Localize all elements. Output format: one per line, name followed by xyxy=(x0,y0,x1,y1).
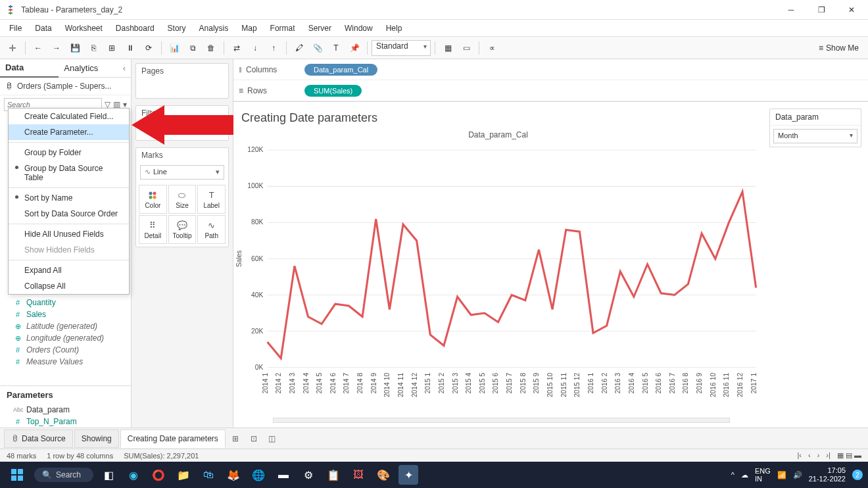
menu-server[interactable]: Server xyxy=(302,21,338,36)
text-button[interactable]: T xyxy=(327,39,345,57)
save-button[interactable]: 💾 xyxy=(66,39,84,57)
field-quantity[interactable]: #Quantity xyxy=(0,297,131,308)
context-menu-item[interactable]: Collapse All xyxy=(9,278,129,294)
menu-help[interactable]: Help xyxy=(379,21,409,36)
view-grid-icon[interactable]: ▦ ▤ ▬ xyxy=(837,451,861,460)
nav-first[interactable]: |‹ xyxy=(797,451,802,460)
mark-path[interactable]: ∿Path xyxy=(197,215,226,244)
sheet-showing[interactable]: Showing xyxy=(74,429,119,448)
line-chart[interactable]: 0K20K40K60K80K100K120KSales2014 12014 22… xyxy=(233,143,763,415)
notepad-icon[interactable]: 📋 xyxy=(324,465,343,485)
menu-story[interactable]: Story xyxy=(161,21,193,36)
edge-icon[interactable]: ◉ xyxy=(124,465,143,485)
rows-shelf[interactable]: ≡Rows SUM(Sales) xyxy=(233,80,868,101)
field-sales[interactable]: #Sales xyxy=(0,308,131,320)
rows-pill[interactable]: SUM(Sales) xyxy=(304,85,362,97)
field-longitude[interactable]: ⊕Longitude (generated) xyxy=(0,332,131,344)
mark-size[interactable]: ⬭Size xyxy=(168,185,197,214)
context-menu-item[interactable]: Create Parameter... xyxy=(9,124,129,140)
mark-type-select[interactable]: ∿Line▾ xyxy=(140,165,224,180)
new-data-button[interactable]: ⎘ xyxy=(85,39,102,57)
highlight-button[interactable]: 🖍 xyxy=(291,39,308,57)
data-tab[interactable]: Data xyxy=(0,59,59,78)
pages-card[interactable]: Pages xyxy=(135,63,229,99)
param-data-param[interactable]: AbcData_param xyxy=(0,404,131,416)
task-view-icon[interactable]: ◧ xyxy=(99,465,118,485)
menu-format[interactable]: Format xyxy=(264,21,302,36)
tray-language[interactable]: ENGIN xyxy=(755,467,771,483)
param-control-select[interactable]: Month xyxy=(773,129,857,143)
tray-chevron-icon[interactable]: ^ xyxy=(731,471,735,479)
cards-button[interactable]: ▦ xyxy=(439,39,456,57)
share-button[interactable]: ∝ xyxy=(483,39,500,57)
sort-asc-button[interactable]: ↓ xyxy=(247,39,264,57)
nav-last[interactable]: ›| xyxy=(826,451,831,460)
menu-map[interactable]: Map xyxy=(235,21,263,36)
show-me-button[interactable]: ≡ Show Me xyxy=(813,41,864,55)
menu-file[interactable]: File xyxy=(3,21,28,36)
fit-selector[interactable]: Standard xyxy=(372,40,431,56)
tray-volume-icon[interactable]: 🔊 xyxy=(793,471,802,479)
tray-notifications-icon[interactable]: 2 xyxy=(852,470,863,480)
snip-icon[interactable]: 🖼 xyxy=(349,465,368,485)
sheet-active[interactable]: Creating Date parameters xyxy=(120,429,226,448)
undo-button[interactable]: ← xyxy=(30,39,47,57)
taskbar-search[interactable]: 🔍Search xyxy=(34,468,93,482)
field-latitude[interactable]: ⊕Latitude (generated) xyxy=(0,320,131,332)
opera-icon[interactable]: ⭕ xyxy=(149,465,168,485)
paint-icon[interactable]: 🎨 xyxy=(374,465,393,485)
mark-tooltip[interactable]: 💬Tooltip xyxy=(168,215,197,244)
store-icon[interactable]: 🛍 xyxy=(199,465,218,485)
tableau-icon[interactable] xyxy=(4,39,21,57)
tray-onedrive-icon[interactable]: ☁ xyxy=(741,471,748,479)
menu-dashboard[interactable]: Dashboard xyxy=(109,21,161,36)
mark-color[interactable]: Color xyxy=(139,185,167,214)
horizontal-scrollbar[interactable] xyxy=(273,418,730,423)
refresh-button[interactable]: ⟳ xyxy=(140,39,157,57)
swap-button[interactable]: ⇄ xyxy=(228,39,245,57)
menu-window[interactable]: Window xyxy=(338,21,379,36)
context-menu-item[interactable]: Show Hidden Fields xyxy=(9,242,129,258)
chrome-icon[interactable]: 🌐 xyxy=(249,465,268,485)
context-menu-item[interactable]: Hide All Unused Fields xyxy=(9,226,129,242)
param-top-n[interactable]: #Top_N_Param xyxy=(0,416,131,427)
presentation-button[interactable]: ▭ xyxy=(458,39,475,57)
field-orders-count[interactable]: #Orders (Count) xyxy=(0,344,131,356)
tableau-taskbar-icon[interactable]: ✦ xyxy=(398,465,418,485)
field-measure-values[interactable]: #Measure Values xyxy=(0,356,131,368)
context-menu-item[interactable]: Create Calculated Field... xyxy=(9,109,129,124)
new-worksheet-tab-button[interactable]: ⊞ xyxy=(227,431,244,447)
new-dashboard-tab-button[interactable]: ⊡ xyxy=(245,431,262,447)
tray-wifi-icon[interactable]: 📶 xyxy=(777,471,786,479)
nav-prev[interactable]: ‹ xyxy=(808,451,811,460)
columns-shelf[interactable]: ⦀Columns Data_param_Cal xyxy=(233,59,868,80)
viz-title[interactable]: Creating Date parameters xyxy=(233,109,763,130)
new-story-tab-button[interactable]: ◫ xyxy=(264,431,281,447)
analytics-tab[interactable]: Analytics xyxy=(59,59,117,77)
minimize-button[interactable]: ─ xyxy=(780,2,802,18)
new-worksheet-button[interactable]: 📊 xyxy=(166,39,183,57)
context-menu-item[interactable]: Sort by Name xyxy=(9,190,129,206)
context-menu-item[interactable]: Group by Folder xyxy=(9,145,129,160)
menu-worksheet[interactable]: Worksheet xyxy=(59,21,109,36)
filters-card[interactable]: Filters xyxy=(135,105,229,141)
maximize-button[interactable]: ❐ xyxy=(810,2,832,18)
clear-button[interactable]: 🗑 xyxy=(203,39,220,57)
menu-analysis[interactable]: Analysis xyxy=(193,21,235,36)
terminal-icon[interactable]: ▬ xyxy=(274,465,293,485)
new-sheet-button[interactable]: ⊞ xyxy=(103,39,120,57)
group-button[interactable]: 📎 xyxy=(309,39,326,57)
tray-clock[interactable]: 17:0521-12-2022 xyxy=(809,466,846,483)
data-source-tab[interactable]: 🛢Data Source xyxy=(4,429,73,448)
collapse-pane-button[interactable]: ‹ xyxy=(118,59,131,77)
data-source-item[interactable]: 🛢 Orders (Sample - Supers... xyxy=(0,78,131,95)
sort-desc-button[interactable]: ↑ xyxy=(265,39,282,57)
firefox-icon[interactable]: 🦊 xyxy=(224,465,243,485)
close-button[interactable]: ✕ xyxy=(840,2,863,18)
context-menu-item[interactable]: Group by Data Source Table xyxy=(9,160,129,185)
pin-button[interactable]: 📌 xyxy=(346,39,363,57)
nav-next[interactable]: › xyxy=(817,451,820,460)
context-menu-item[interactable]: Sort by Data Source Order xyxy=(9,206,129,222)
context-menu-item[interactable]: Expand All xyxy=(9,262,129,278)
start-button[interactable] xyxy=(5,464,29,485)
